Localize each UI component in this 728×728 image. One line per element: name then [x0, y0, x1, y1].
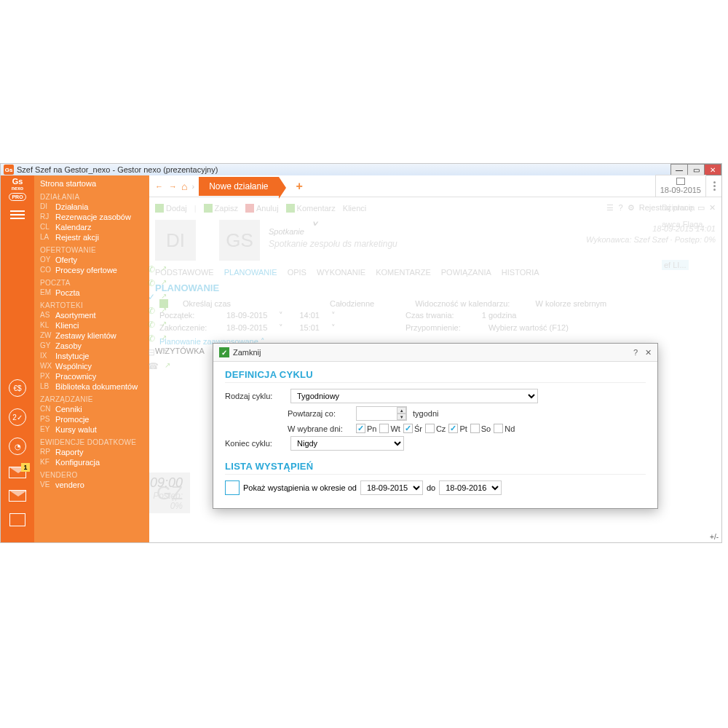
modal-close-label[interactable]: Zamknij	[233, 348, 261, 357]
label-cycle-type: Rodzaj cyklu:	[225, 392, 285, 400]
nav-group-header: DZIAŁANIA	[40, 193, 143, 201]
iconbar: Gsnexo PRO €$ 2✓ ◔ 1	[1, 175, 34, 542]
minimize-button[interactable]: —	[670, 164, 688, 175]
zoom-toggle[interactable]: +/-	[710, 533, 719, 541]
nav-item[interactable]: ZWZestawy klientów	[40, 331, 143, 341]
nav-sidebar: Strona startowa DZIAŁANIADIDziałaniaRJRe…	[34, 175, 149, 542]
spinner-up[interactable]: ▴	[397, 407, 406, 414]
nav-item[interactable]: EMPoczta	[40, 288, 143, 298]
titlebar: Gs Szef Szef na Gestor_nexo - Gestor nex…	[1, 164, 721, 175]
label-show-occurrences: Pokaż wystąpienia w okresie od	[243, 483, 357, 492]
timer-icon[interactable]: ◔	[9, 438, 26, 455]
nav-item[interactable]: CNCenniki	[40, 404, 143, 414]
day-checkbox[interactable]: Nd	[494, 424, 515, 433]
check-icon: ✓	[219, 347, 229, 357]
menu-icon[interactable]	[10, 208, 25, 221]
nav-item[interactable]: KLKlienci	[40, 320, 143, 331]
nav-item[interactable]: LARejestr akcji	[40, 232, 143, 242]
day-checkbox[interactable]: Cz	[425, 424, 446, 433]
day-checkbox[interactable]: So	[470, 424, 491, 433]
chevron-icon: ›	[191, 182, 194, 191]
help-icon[interactable]: ?	[633, 348, 638, 357]
logo: Gsnexo PRO	[9, 178, 25, 201]
nav-item[interactable]: KFKonfiguracja	[40, 457, 143, 467]
select-cycle-type[interactable]: Tygodniowy	[290, 389, 538, 403]
day-checkbox[interactable]: Śr	[403, 424, 422, 433]
maximize-button[interactable]: ▭	[687, 164, 705, 175]
nav-item[interactable]: GYZasoby	[40, 341, 143, 351]
checkbox-show-occurrences[interactable]	[225, 480, 240, 495]
home-icon[interactable]: ⌂	[181, 181, 187, 192]
nav-group-header: KARTOTEKI	[40, 301, 143, 309]
nav-group-header: EWIDENCJE DODATKOWE	[40, 438, 143, 446]
nav-item[interactable]: VEvendero	[40, 480, 143, 490]
modal-titlebar: ✓ Zamknij ? ✕	[213, 344, 657, 362]
schedule-icon[interactable]: 2✓	[9, 408, 26, 426]
modal-overlay: ✓ Zamknij ? ✕ DEFINICJA CYKLU Rodzaj cyk…	[149, 197, 721, 542]
more-menu-icon[interactable]	[713, 181, 716, 191]
label-repeat-unit: tygodni	[413, 409, 438, 418]
nav-item[interactable]: EYKursy walut	[40, 424, 143, 435]
topbar: ← → ⌂ › Nowe działanie + 18-09-2015	[149, 175, 721, 197]
nav-item[interactable]: OYOferty	[40, 255, 143, 265]
select-occ-to[interactable]: 18-09-2016	[439, 480, 502, 495]
back-icon[interactable]: ←	[155, 182, 163, 191]
modal-close-button[interactable]: ✕	[645, 348, 652, 357]
nav-group-header: OFERTOWANIE	[40, 246, 143, 254]
select-cycle-end[interactable]: Nigdy	[290, 436, 404, 451]
nav-start[interactable]: Strona startowa	[40, 179, 143, 189]
nav-group-header: VENDERO	[40, 471, 143, 479]
calendar-icon	[676, 178, 685, 185]
date-picker[interactable]: 18-09-2015	[655, 175, 706, 197]
mail-icon[interactable]	[9, 490, 26, 502]
label-cycle-end: Koniec cyklu:	[225, 439, 285, 448]
app-icon: Gs	[4, 165, 14, 175]
nav-item[interactable]: PXPracownicy	[40, 371, 143, 381]
label-to: do	[427, 483, 435, 492]
currency-icon[interactable]: €$	[9, 379, 26, 397]
main-area: ← → ⌂ › Nowe działanie + 18-09-2015	[149, 175, 721, 542]
select-occ-from[interactable]: 18-09-2015	[360, 480, 423, 495]
label-on-days: W wybrane dni:	[288, 424, 350, 433]
add-tab-button[interactable]: +	[296, 180, 303, 193]
nav-item[interactable]: RPRaporty	[40, 447, 143, 457]
nav-group-header: POCZTA	[40, 279, 143, 287]
nav-item[interactable]: RJRezerwacje zasobów	[40, 212, 143, 222]
spinner-down[interactable]: ▾	[397, 414, 406, 420]
nav-item[interactable]: COProcesy ofertowe	[40, 265, 143, 275]
day-checkbox[interactable]: Pt	[448, 424, 467, 433]
label-repeat-every: Powtarzaj co:	[288, 409, 350, 418]
certificate-icon[interactable]	[9, 513, 25, 526]
modal: ✓ Zamknij ? ✕ DEFINICJA CYKLU Rodzaj cyk…	[213, 343, 658, 509]
section-occurrences: LISTA WYSTĄPIEŃ	[225, 461, 646, 475]
section-cycle-definition: DEFINICJA CYKLU	[225, 369, 646, 383]
nav-item[interactable]: CLKalendarz	[40, 222, 143, 232]
nav-group-header: ZARZĄDZANIE	[40, 395, 143, 403]
day-checkbox[interactable]: Wt	[379, 424, 400, 433]
nav-item[interactable]: WXWspólnicy	[40, 361, 143, 371]
window-title: Szef Szef na Gestor_nexo - Gestor nexo (…	[17, 165, 218, 174]
nav-item[interactable]: DIDziałania	[40, 202, 143, 212]
nav-item[interactable]: ASAsortyment	[40, 310, 143, 320]
nav-item[interactable]: LBBiblioteka dokumentów	[40, 381, 143, 392]
mail-badge-icon[interactable]: 1	[9, 467, 26, 478]
active-tab[interactable]: Nowe działanie	[199, 177, 278, 196]
close-button[interactable]: ✕	[704, 164, 721, 175]
nav-item[interactable]: IXInstytucje	[40, 351, 143, 361]
nav-item[interactable]: PSPromocje	[40, 414, 143, 424]
app-window: Gs Szef Szef na Gestor_nexo - Gestor nex…	[0, 163, 722, 543]
forward-icon[interactable]: →	[169, 182, 177, 191]
day-checkbox[interactable]: Pn	[356, 424, 376, 433]
